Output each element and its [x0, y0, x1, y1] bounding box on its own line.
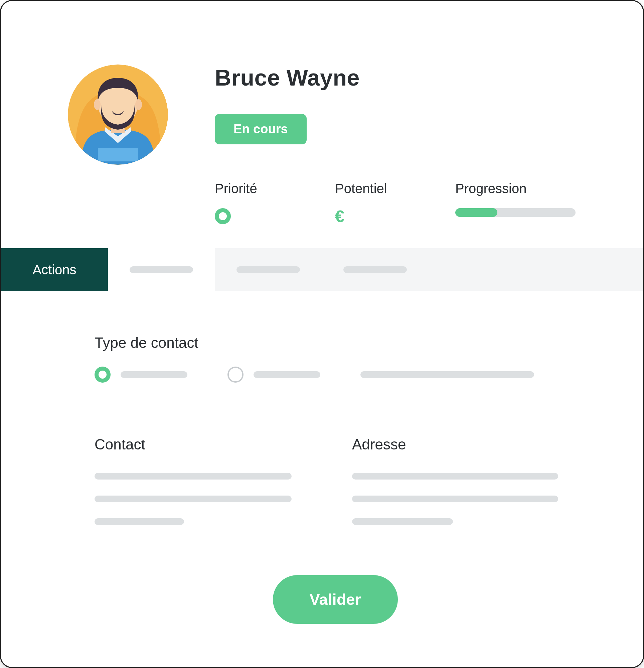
- contact-field-2[interactable]: [94, 496, 292, 502]
- radio-unselected-icon: [228, 367, 244, 383]
- contact-type-option-3-label: [361, 371, 534, 378]
- tab-placeholder-3[interactable]: [322, 248, 429, 291]
- progress-bar-fill: [455, 208, 497, 217]
- status-badge: En cours: [215, 114, 307, 145]
- contact-type-option-3[interactable]: [361, 371, 534, 378]
- contact-field-3[interactable]: [94, 518, 184, 525]
- address-field-3[interactable]: [352, 518, 453, 525]
- contact-type-option-1-label: [121, 371, 187, 378]
- euro-icon: €: [335, 208, 418, 225]
- radio-selected-icon: [94, 367, 110, 383]
- svg-point-5: [135, 99, 142, 110]
- validate-button[interactable]: Valider: [273, 575, 398, 624]
- contact-type-option-1[interactable]: [94, 367, 187, 383]
- profile-header: Bruce Wayne En cours Priorité Potentiel …: [1, 1, 643, 248]
- tab-placeholder-3-bar: [343, 266, 407, 273]
- metric-progression-label: Progression: [455, 181, 582, 196]
- validate-wrap: Valider: [94, 575, 576, 624]
- priority-indicator-icon: [215, 208, 231, 224]
- svg-point-4: [94, 99, 101, 110]
- contact-field-1[interactable]: [94, 473, 292, 480]
- tab-actions[interactable]: Actions: [1, 248, 108, 291]
- metric-progression: Progression: [455, 181, 582, 217]
- metric-priority: Priorité: [215, 181, 298, 224]
- profile-metrics: Priorité Potentiel € Progression: [215, 181, 603, 225]
- metric-potential-label: Potentiel: [335, 181, 418, 196]
- tabs: Actions: [1, 248, 643, 291]
- tab-placeholder-2-bar: [236, 266, 300, 273]
- column-contact: Contact: [94, 423, 319, 525]
- column-address: Adresse: [352, 423, 576, 525]
- profile-name: Bruce Wayne: [215, 64, 603, 91]
- tabs-spacer: [429, 248, 643, 291]
- contact-type-option-2-label: [254, 371, 320, 378]
- form-columns: Contact Adresse: [94, 423, 576, 525]
- section-address-label: Adresse: [352, 436, 576, 453]
- address-field-2[interactable]: [352, 496, 558, 502]
- section-contact-type-label: Type de contact: [94, 334, 576, 351]
- address-fields: [352, 473, 576, 525]
- contact-type-option-2[interactable]: [228, 367, 320, 383]
- avatar: [68, 64, 168, 165]
- contact-fields: [94, 473, 319, 525]
- section-contact-label: Contact: [94, 436, 319, 453]
- address-field-1[interactable]: [352, 473, 558, 480]
- progress-bar: [455, 208, 576, 217]
- metric-priority-label: Priorité: [215, 181, 298, 196]
- form-panel: Type de contact Contact: [1, 291, 643, 657]
- tab-placeholder-1-bar: [129, 266, 193, 273]
- tab-placeholder-2[interactable]: [215, 248, 322, 291]
- metric-potential: Potentiel €: [335, 181, 418, 225]
- tab-placeholder-1[interactable]: [108, 248, 215, 291]
- profile-header-details: Bruce Wayne En cours Priorité Potentiel …: [215, 61, 603, 225]
- contact-type-options: [94, 367, 576, 383]
- profile-card: Bruce Wayne En cours Priorité Potentiel …: [0, 0, 644, 668]
